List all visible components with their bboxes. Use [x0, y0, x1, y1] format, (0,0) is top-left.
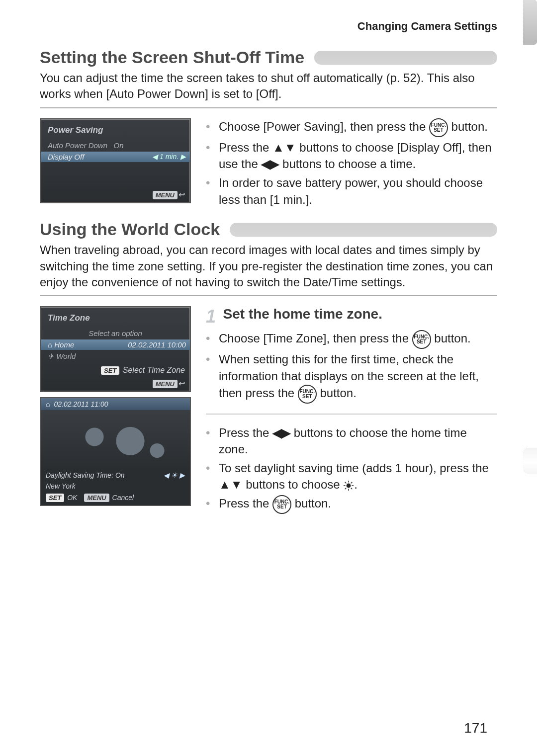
func-bot4: SET	[277, 504, 286, 509]
section1-title: Setting the Screen Shut-Off Time	[40, 48, 304, 67]
step1-bullet-2: When setting this for the first time, ch…	[206, 351, 497, 403]
lcd-title: Power Saving	[41, 123, 190, 139]
lcd2-footer: MENU↩	[41, 376, 190, 389]
section1-title-row: Setting the Screen Shut-Off Time	[40, 48, 497, 67]
s2b5b: button.	[295, 497, 331, 510]
step1-bullet-1: Choose [Time Zone], then press the FUNC.…	[206, 330, 497, 349]
func-bot2: SET	[417, 339, 426, 344]
world-map-graphic	[41, 410, 190, 470]
map-date: 02.02.2011 11:00	[54, 400, 108, 408]
plane-icon: ✈	[48, 352, 56, 360]
section1-bullets: Choose [Power Saving], then press the FU…	[206, 118, 497, 208]
menu-badge-3: MENU	[84, 494, 109, 502]
section2-intro: When traveling abroad, you can record im…	[40, 242, 497, 290]
func-set-button-icon-2: FUNC. SET	[412, 330, 431, 349]
step1-bullets-2: Press the ◀▶ buttons to choose the home …	[206, 424, 497, 514]
s2b4c: .	[354, 478, 358, 491]
dst-row: Daylight Saving Time: On ◀ ☀ ▶	[41, 470, 190, 481]
func-set-button-icon-3: FUNC. SET	[298, 385, 317, 404]
b1b: button.	[451, 120, 488, 133]
svg-line-6	[351, 488, 353, 490]
lcd-row2-label: Display Off	[48, 153, 84, 161]
lcd2-world-row: ✈ World	[41, 350, 190, 363]
s2b1b: button.	[434, 332, 470, 345]
section2-title-bar	[230, 223, 497, 237]
set-badge: SET	[101, 366, 119, 375]
daylight-saving-sun-icon	[343, 478, 354, 491]
s2b3a: Press the	[219, 426, 272, 439]
b1a: Choose [Power Saving], then press the	[219, 120, 429, 133]
timezone-screenshot-1: Time Zone Select an option ⌂ Home 02.02.…	[40, 306, 191, 392]
map-date-row: ⌂ 02.02.2011 11:00	[41, 398, 190, 410]
section1-divider	[40, 107, 497, 108]
s2b1a: Choose [Time Zone], then press the	[219, 332, 412, 345]
left-chevron-icon: ◀ 1 min. ▶	[152, 153, 186, 161]
lcd-footer: MENU↩	[41, 162, 190, 200]
set-badge-2: SET	[46, 494, 64, 502]
lcd2-hint: SET Select Time Zone	[41, 363, 190, 376]
s2b4b: buttons to choose	[243, 478, 344, 491]
lcd2-subtitle: Select an option	[41, 327, 190, 339]
lcd-row-auto-power-down: Auto Power Down On	[41, 139, 190, 152]
page-header-text: Changing Camera Settings	[358, 20, 497, 32]
section2-title-row: Using the World Clock	[40, 220, 497, 239]
world-label: World	[56, 352, 76, 360]
page-header: Changing Camera Settings	[40, 20, 497, 33]
city-row: New York	[41, 481, 190, 492]
dst-sun-icon-group: ◀ ☀ ▶	[164, 471, 185, 479]
left-right-arrows-icon-2: ◀▶	[272, 426, 290, 439]
func-bot: SET	[434, 128, 443, 133]
cancel-text: Cancel	[112, 494, 134, 502]
power-saving-screenshot: Power Saving Auto Power Down On Display …	[40, 118, 191, 203]
section1-bullet-1: Choose [Power Saving], then press the FU…	[206, 118, 497, 137]
svg-line-7	[345, 488, 347, 490]
svg-point-0	[347, 484, 351, 487]
svg-line-8	[351, 482, 353, 484]
timezone-screenshot-2: ⌂ 02.02.2011 11:00 Daylight Saving Time:…	[40, 397, 191, 506]
lcd-row-display-off: Display Off ◀ 1 min. ▶	[41, 152, 190, 162]
svg-line-5	[345, 482, 347, 484]
step1-title: Set the home time zone.	[223, 306, 382, 322]
home-value: 02.02.2011 10:00	[128, 340, 186, 349]
ok-text: OK	[67, 494, 77, 502]
return-icon-2: ↩	[179, 379, 185, 388]
step1-bullet-4: To set daylight saving time (adds 1 hour…	[206, 460, 497, 493]
func-bot3: SET	[302, 394, 312, 399]
step1-bullet-5: Press the FUNC. SET button.	[206, 495, 497, 514]
s2b5a: Press the	[219, 497, 272, 510]
step1-bullets: Choose [Time Zone], then press the FUNC.…	[206, 330, 497, 403]
section2-title: Using the World Clock	[40, 220, 220, 239]
hint-text: Select Time Zone	[123, 366, 185, 374]
lcd-row2-value: 1 min.	[160, 153, 179, 161]
section2-divider	[40, 295, 497, 296]
up-down-arrows-icon-2: ▲▼	[219, 478, 243, 491]
page-number: 171	[464, 720, 487, 736]
step1-inner-divider	[206, 414, 497, 415]
return-icon: ↩	[179, 190, 185, 199]
dst-label: Daylight Saving Time:	[46, 471, 113, 479]
map-footer: SET OK MENU Cancel	[41, 492, 190, 505]
left-right-arrows-icon: ◀▶	[261, 157, 279, 170]
up-down-arrows-icon: ▲▼	[272, 141, 296, 154]
lcd2-title: Time Zone	[41, 311, 190, 327]
section1-bullet-3: In order to save battery power, you shou…	[206, 174, 497, 208]
home-icon: ⌂	[46, 400, 50, 408]
step1-heading-row: 1 Set the home time zone.	[206, 306, 497, 327]
step1-bullet-3: Press the ◀▶ buttons to choose the home …	[206, 424, 497, 458]
func-set-button-icon: FUNC. SET	[429, 118, 448, 137]
step-number-1: 1	[206, 306, 221, 327]
home-icon-label: ⌂ Home	[48, 340, 74, 349]
func-set-button-icon-4: FUNC. SET	[272, 495, 291, 514]
b2c: buttons to choose a time.	[279, 157, 416, 170]
lcd2-home-row: ⌂ Home 02.02.2011 10:00	[41, 339, 190, 350]
section1-intro: You can adjust the time the screen takes…	[40, 70, 497, 102]
page-thumb-tab	[523, 447, 537, 474]
s2b4a: To set daylight saving time (adds 1 hour…	[219, 461, 489, 475]
page-edge-strip	[523, 0, 537, 45]
lcd-row1-label: Auto Power Down	[48, 141, 107, 150]
s2b2b: button.	[320, 386, 356, 400]
b2a: Press the	[219, 141, 272, 154]
section1-bullet-2: Press the ▲▼ buttons to choose [Display …	[206, 139, 497, 172]
menu-badge-2: MENU	[153, 380, 178, 388]
dst-value: On	[115, 471, 125, 479]
